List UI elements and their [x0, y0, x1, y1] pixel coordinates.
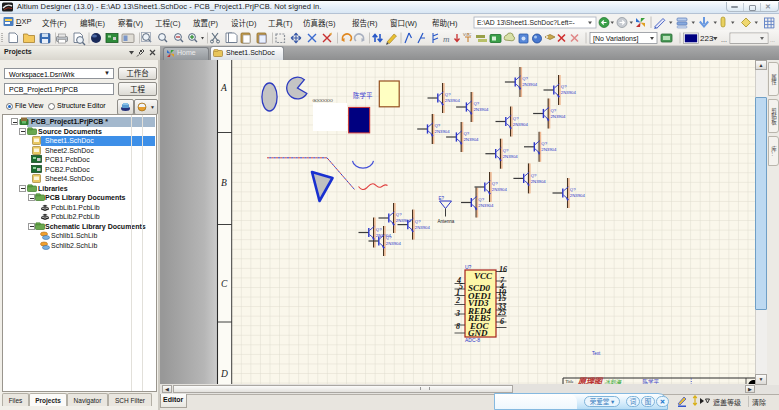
svg-text:U?: U? [465, 264, 472, 270]
svg-text:A: A [220, 83, 227, 93]
svg-text:[No Variations]: [No Variations] [593, 35, 638, 43]
svg-text:VCC: VCC [463, 32, 472, 37]
svg-text:D: D [220, 369, 228, 379]
svg-text:8: 8 [456, 322, 460, 331]
svg-text:3: 3 [455, 309, 460, 318]
svg-text:Antenna: Antenna [438, 219, 455, 224]
svg-text:E?: E? [439, 196, 445, 201]
svg-text:...: ... [770, 37, 775, 43]
svg-text:陈学平: 陈学平 [353, 91, 373, 100]
svg-text:Text: Text [592, 351, 601, 356]
svg-text:m: m [443, 34, 450, 44]
svg-text:B: B [221, 178, 227, 188]
svg-text:GOOOOOO: GOOOOOO [313, 98, 333, 103]
svg-text:C: C [221, 279, 228, 289]
svg-text:6: 6 [500, 317, 504, 326]
svg-text:16: 16 [499, 265, 507, 274]
svg-text:GND: GND [468, 328, 488, 338]
svg-text:...: ... [721, 36, 727, 43]
svg-text:2: 2 [455, 296, 460, 305]
svg-text:25: 25 [497, 308, 506, 317]
svg-text:VCC: VCC [474, 271, 493, 281]
svg-text:E:\AD 13\Sheet1.SchDoc?Left=-: E:\AD 13\Sheet1.SchDoc?Left=- [477, 19, 575, 26]
svg-text:223: 223 [700, 34, 714, 43]
